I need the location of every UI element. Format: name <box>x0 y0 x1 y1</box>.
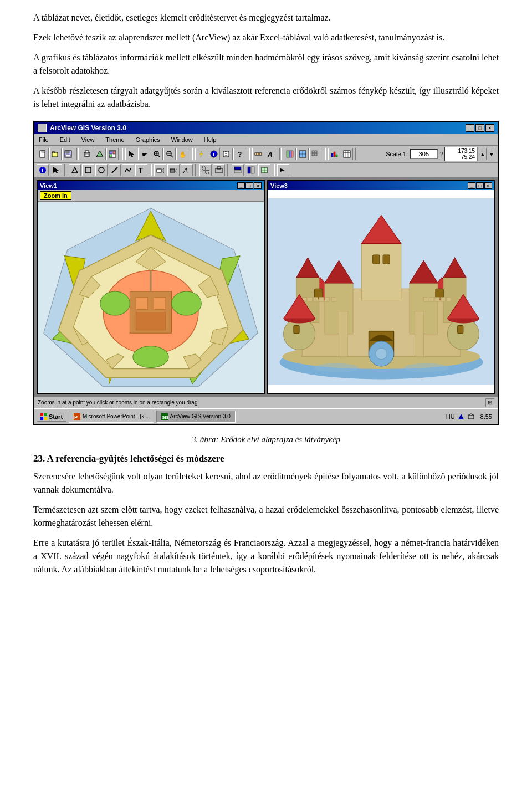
svg-rect-134 <box>308 297 312 301</box>
tb-arrow-up[interactable]: ▲ <box>479 148 487 160</box>
svg-marker-67 <box>175 168 177 173</box>
tb-grid[interactable] <box>309 148 321 160</box>
svg-text:GIS: GIS <box>162 416 168 419</box>
svg-rect-101 <box>136 298 147 309</box>
tb-vertex[interactable] <box>69 164 81 176</box>
start-button[interactable]: Start <box>37 412 66 422</box>
scale-area: Scale 1: ? <box>386 149 443 159</box>
tb-sep-1 <box>76 148 79 160</box>
svg-rect-158 <box>40 417 43 420</box>
tb-measure[interactable] <box>252 148 264 160</box>
maximize-button[interactable]: □ <box>475 124 484 132</box>
tb-search[interactable] <box>221 148 233 160</box>
scale-input[interactable] <box>410 149 438 159</box>
tb-print[interactable] <box>81 148 93 160</box>
svg-text:☛: ☛ <box>142 151 148 158</box>
menu-help[interactable]: Help <box>202 135 219 144</box>
tb-select[interactable] <box>125 148 137 160</box>
menu-view[interactable]: View <box>79 135 97 144</box>
svg-rect-126 <box>339 311 348 357</box>
svg-rect-131 <box>373 255 380 264</box>
tb-ungroup[interactable] <box>213 164 225 176</box>
tb-new[interactable] <box>37 148 49 160</box>
tb-map1[interactable] <box>284 148 296 160</box>
tb-label[interactable]: A <box>265 148 277 160</box>
tb-arrow-down[interactable]: ▼ <box>488 148 495 160</box>
tb-sep-d5 <box>273 164 275 176</box>
view1-minimize[interactable]: _ <box>237 182 245 189</box>
tb-polygon[interactable] <box>82 164 94 176</box>
view3-maximize[interactable]: □ <box>476 182 484 189</box>
svg-rect-49 <box>331 153 333 157</box>
tb-add-theme[interactable] <box>94 148 106 160</box>
tb-table[interactable] <box>341 148 353 160</box>
menu-file[interactable]: File <box>37 135 51 144</box>
tb-map2[interactable] <box>296 148 309 160</box>
paragraph-2: Ezek lehetővé teszik az alaprendszer mel… <box>33 31 499 44</box>
tb-text-tool[interactable]: T <box>135 164 147 176</box>
tb-pan[interactable]: ☛ <box>138 148 150 160</box>
svg-rect-41 <box>291 151 293 157</box>
tb-deselect[interactable] <box>245 164 257 176</box>
tb-zoom-in[interactable] <box>151 148 163 160</box>
svg-text:?: ? <box>238 151 242 158</box>
minimize-button[interactable]: _ <box>466 124 474 132</box>
view3-minimize[interactable]: _ <box>468 182 475 189</box>
taskbar-lang: HU <box>446 413 455 420</box>
svg-rect-127 <box>415 311 423 357</box>
paragraph-1: A táblázat nevet, életidőt, esetleges ki… <box>33 11 499 24</box>
tb-zoom-out[interactable] <box>163 148 176 160</box>
tb-pointer-draw[interactable] <box>50 164 62 176</box>
taskbar-item-arcview[interactable]: GIS ArcView GIS Version 3.0 <box>156 411 236 423</box>
tb-save[interactable] <box>62 148 74 160</box>
svg-point-107 <box>133 346 168 368</box>
tb-fill1[interactable] <box>154 164 166 176</box>
svg-point-105 <box>100 291 130 315</box>
menu-graphics[interactable]: Graphics <box>134 135 162 144</box>
tb-pan-move[interactable]: ✋ <box>176 148 188 160</box>
tb-zoom-extents[interactable] <box>258 164 270 176</box>
arcview-titlebar: ArcView GIS Version 3.0 _ □ × <box>34 122 498 134</box>
tb-query[interactable]: ? <box>233 148 245 160</box>
tb-freehand[interactable] <box>122 164 134 176</box>
view1-maximize[interactable]: □ <box>245 182 253 189</box>
svg-rect-156 <box>40 413 43 416</box>
menu-theme[interactable]: Theme <box>103 135 126 144</box>
svg-line-62 <box>112 167 117 173</box>
view1-close[interactable]: × <box>254 182 262 189</box>
tb-identify[interactable]: i <box>208 148 220 160</box>
tb-font-style[interactable]: A <box>181 164 193 176</box>
taskbar-item-ppt[interactable]: P Microsoft PowerPoint - [k... <box>69 411 154 423</box>
tb-open[interactable] <box>49 148 62 160</box>
zoom-in-button[interactable]: Zoom In <box>40 191 71 200</box>
svg-rect-2 <box>42 151 45 152</box>
tb-circle-draw[interactable] <box>95 164 108 176</box>
menu-edit[interactable]: Edit <box>58 135 73 144</box>
svg-rect-46 <box>315 151 317 153</box>
tb-line[interactable] <box>109 164 121 176</box>
tb-arrow-right[interactable] <box>277 164 289 176</box>
svg-line-19 <box>158 155 160 157</box>
tb-layout[interactable] <box>106 148 119 160</box>
status-text: Zooms in at a point you click or zooms i… <box>38 399 483 406</box>
view3-close[interactable]: × <box>484 182 492 189</box>
castle-3d-svg <box>268 190 494 393</box>
menubar: File Edit View Theme Graphics Window Hel… <box>34 134 498 146</box>
svg-marker-16 <box>129 151 134 157</box>
tb-select-all[interactable] <box>232 164 244 176</box>
view1-window: View1 _ □ × Zoom In <box>37 180 265 394</box>
tb-chart[interactable] <box>328 148 340 160</box>
svg-rect-70 <box>206 170 209 173</box>
menu-window[interactable]: Window <box>169 135 195 144</box>
tb-flash[interactable] <box>195 148 207 160</box>
svg-rect-112 <box>361 244 401 300</box>
svg-point-154 <box>314 363 359 372</box>
tb-info-circle[interactable]: i <box>37 164 49 176</box>
close-button[interactable]: × <box>485 124 494 132</box>
svg-rect-50 <box>334 152 335 157</box>
taskbar-clock: 8:55 <box>477 413 495 420</box>
svg-rect-73 <box>234 167 241 170</box>
tb-sep-d2 <box>150 164 152 176</box>
tb-group[interactable] <box>200 164 212 176</box>
tb-fill2[interactable] <box>167 164 180 176</box>
